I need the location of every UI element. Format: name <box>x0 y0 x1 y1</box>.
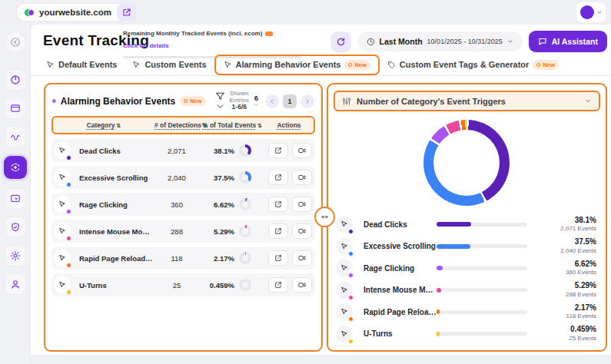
sidebar-item-account[interactable] <box>5 274 25 294</box>
refresh-icon <box>336 37 346 47</box>
open-event-button[interactable] <box>268 170 288 185</box>
external-link-icon <box>274 147 282 154</box>
legend-count: 2,071 Events <box>527 225 596 233</box>
category-color-dot <box>348 251 354 256</box>
legend-bar-fill <box>437 244 470 249</box>
category-icon <box>54 250 71 266</box>
donut-chart <box>423 120 510 206</box>
watch-recordings-button[interactable] <box>292 223 312 239</box>
category-icon <box>336 303 353 320</box>
cursor-icon <box>58 281 66 289</box>
tab-default-events[interactable]: Default Events <box>38 56 125 73</box>
sidebar-item-interactions[interactable] <box>5 127 25 147</box>
open-event-button[interactable] <box>268 143 288 158</box>
legend-bar <box>437 288 527 292</box>
column-total-events[interactable]: % of Total Events⇅ <box>202 121 257 129</box>
current-page[interactable]: 1 <box>283 94 297 108</box>
watch-recordings-button[interactable] <box>292 277 312 293</box>
account-menu[interactable] <box>576 2 606 22</box>
remaining-events-label: Remaining Monthly Tracked Events (incl. … <box>123 30 262 37</box>
tabs-divider <box>31 75 611 76</box>
legend-category-name: Dead Clicks <box>359 220 437 229</box>
column-category[interactable]: Category⇅ <box>53 121 154 129</box>
next-page-button[interactable] <box>301 94 314 108</box>
open-event-button[interactable] <box>268 197 288 212</box>
watch-recordings-button[interactable] <box>292 143 312 158</box>
table-row: Excessive Scrolling 2,040 37.5% <box>51 166 315 189</box>
panel-resize-handle[interactable] <box>314 207 335 227</box>
watch-recordings-button[interactable] <box>292 197 312 212</box>
open-event-button[interactable] <box>268 223 288 239</box>
filter-button[interactable] <box>215 91 225 111</box>
legend-stats: 6.62% 360 Events <box>527 260 598 277</box>
category-color-dot <box>66 290 71 295</box>
category-icon <box>336 282 353 299</box>
cursor-icon <box>224 61 232 69</box>
tab-bar: Default Events Custom Events Alarming Be… <box>38 54 566 75</box>
sidebar-item-settings[interactable] <box>5 246 25 266</box>
funnel-icon <box>215 91 225 101</box>
detections-value: 118 <box>153 254 201 263</box>
sort-icon: ⇅ <box>257 123 262 128</box>
collapse-sidebar-button[interactable] <box>5 32 25 52</box>
tab-custom-events[interactable]: Custom Events <box>125 56 214 73</box>
category-name: Dead Clicks <box>73 147 153 155</box>
percent-mini-donut <box>239 225 251 237</box>
chart-metric-label: Number of Category's Event Triggers <box>357 97 579 106</box>
watch-recordings-button[interactable] <box>292 250 312 266</box>
column-detections[interactable]: # of Detections⇅ <box>154 121 202 129</box>
legend-percent: 5.29% <box>527 281 596 291</box>
page-size-select[interactable]: 6 <box>254 94 259 108</box>
video-camera-icon <box>298 281 306 289</box>
open-event-button[interactable] <box>268 250 288 266</box>
legend-percent: 38.1% <box>527 216 596 226</box>
shown-entries-label: Shown Entries <box>230 91 249 104</box>
prev-page-button[interactable] <box>265 94 279 108</box>
open-event-button[interactable] <box>268 277 288 293</box>
user-icon <box>10 279 21 290</box>
percent-mini-donut <box>239 171 251 184</box>
table-header-row: Category⇅ # of Detections⇅ % of Total Ev… <box>51 116 315 134</box>
legend-bar-fill <box>437 288 441 293</box>
category-color-dot <box>348 295 354 300</box>
watch-recordings-button[interactable] <box>292 170 312 185</box>
circle-arrow-left-icon <box>10 37 21 48</box>
sidebar-item-pages[interactable] <box>5 189 25 209</box>
detections-value: 288 <box>153 227 201 236</box>
ai-assistant-button[interactable]: AI Assistant <box>529 31 607 52</box>
video-camera-icon <box>298 174 306 181</box>
legend-bar <box>437 223 527 227</box>
category-icon <box>54 276 71 293</box>
gear-icon <box>10 250 21 261</box>
sidebar-item-privacy[interactable] <box>5 217 25 237</box>
cursor-icon <box>340 264 348 272</box>
tab-custom-event-tags-generator[interactable]: Custom Event Tags & Generator New <box>380 56 566 74</box>
video-camera-icon <box>298 254 306 262</box>
percent-value: 6.62% <box>201 200 239 209</box>
site-selector[interactable]: yourwebsite.com <box>17 4 131 21</box>
external-link-icon <box>274 254 282 262</box>
sidebar-item-sessions[interactable] <box>5 98 25 118</box>
legend-stats: 38.1% 2,071 Events <box>527 216 598 233</box>
page-size-value: 6 <box>254 94 258 102</box>
refresh-button[interactable] <box>330 31 351 52</box>
open-site-button[interactable] <box>117 4 137 21</box>
cursor-icon <box>58 254 66 262</box>
tag-icon <box>387 61 396 69</box>
category-color-dot <box>66 155 71 160</box>
chart-metric-dropdown[interactable]: Number of Category's Event Triggers <box>334 91 600 111</box>
percent-value: 5.29% <box>201 227 239 236</box>
sidebar-item-analytics[interactable] <box>5 70 25 90</box>
category-color-dot <box>348 273 354 278</box>
table-body: Dead Clicks 2,071 38.1% Excessive Scroll… <box>51 139 315 296</box>
tab-alarming-behavior-events[interactable]: Alarming Behavior Events New <box>214 55 380 75</box>
tab-label: Custom Event Tags & Generator <box>400 60 530 69</box>
topbar: yourwebsite.com <box>0 0 611 25</box>
sidebar-item-event-tracking[interactable] <box>4 156 27 179</box>
legend-row: Rapid Page Reloading 2.17% 118 Events <box>333 303 601 321</box>
cursor-icon <box>340 243 348 250</box>
click-for-details-link[interactable]: Click for details <box>123 42 169 49</box>
site-favicon-icon <box>25 8 35 18</box>
date-range-picker[interactable]: Last Month 10/01/2025 - 10/31/2025 <box>357 31 523 51</box>
window-cursor-icon <box>10 194 21 204</box>
